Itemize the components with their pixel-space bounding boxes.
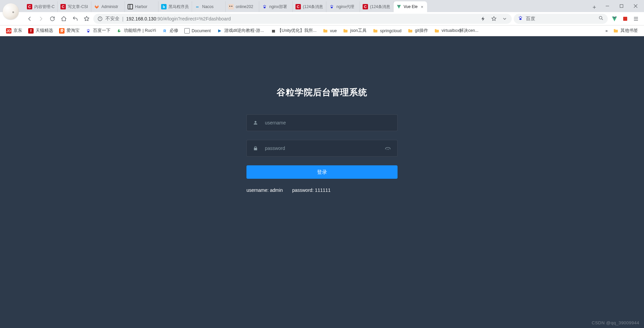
svg-line-29 (385, 148, 386, 149)
address-url-path: :90/#/login?redirect=%2Fdashboard (156, 16, 231, 21)
browser-tab[interactable]: Administr (91, 1, 125, 12)
nav-reload-button[interactable] (48, 14, 57, 23)
bookmark-item[interactable]: R必修 (159, 26, 181, 35)
username-field[interactable] (246, 114, 398, 131)
tab-label: Administr (101, 4, 122, 9)
address-bar[interactable]: 不安全 | 192.168.0.130:90/#/login?redirect=… (93, 14, 512, 24)
bookmark-favicon (117, 28, 122, 34)
bookmark-item[interactable]: 爱爱淘宝 (56, 26, 82, 35)
window-controls (599, 0, 644, 12)
browser-tab[interactable]: b黑马程序员 (158, 1, 192, 12)
pdf-extension-icon[interactable] (622, 15, 629, 22)
new-tab-button[interactable]: + (590, 3, 599, 12)
search-engine-box[interactable]: 百度 (514, 14, 608, 24)
profile-avatar[interactable] (3, 3, 19, 19)
browser-tab[interactable]: C内容管理-C (24, 1, 58, 12)
nav-forward-button[interactable] (36, 14, 46, 23)
svg-line-31 (388, 149, 389, 150)
browser-tab[interactable]: nginx代理 (326, 1, 360, 12)
browser-tab[interactable]: online202 (226, 1, 259, 12)
svg-point-6 (332, 6, 333, 6)
bookmark-favicon: R (162, 28, 168, 34)
bookmark-label: 其他书签 (620, 28, 638, 34)
tab-close-button[interactable]: × (420, 4, 424, 9)
baidu-favicon (329, 4, 334, 9)
folder-icon (613, 28, 618, 34)
window-maximize-button[interactable] (616, 1, 627, 11)
bookmark-item[interactable]: T天猫精选 (26, 26, 56, 35)
svg-point-1 (264, 5, 265, 6)
bookmark-label: 爱淘宝 (66, 28, 80, 34)
username-input[interactable] (264, 120, 391, 126)
tab-label: online202 (236, 4, 256, 9)
browser-tab[interactable]: nginx部署 (259, 1, 293, 12)
bookmark-item[interactable]: json工具 (340, 26, 369, 35)
bookmark-item[interactable]: virtualbox解决cen... (431, 26, 481, 35)
bookmark-favicon (323, 28, 328, 34)
bookmark-favicon (408, 28, 413, 34)
insecure-label: 不安全 (105, 16, 120, 22)
insecure-icon (97, 16, 103, 21)
nav-home-button[interactable] (59, 14, 68, 23)
browser-tab[interactable]: C写文章-CSI (58, 1, 91, 12)
search-icon[interactable] (598, 15, 604, 22)
bookmark-item[interactable]: vue (320, 27, 339, 35)
gitlab-favicon (94, 4, 99, 9)
nav-back-button[interactable] (25, 14, 34, 23)
svg-point-2 (265, 6, 266, 6)
browser-menu-button[interactable] (633, 15, 639, 22)
svg-point-5 (331, 5, 332, 6)
bookmark-item[interactable]: ▶游戏dll逆向教程-游... (214, 26, 267, 35)
browser-tab[interactable]: ∞Nacos (192, 1, 226, 12)
tab-label: 写文章-CSI (68, 4, 88, 10)
svg-point-19 (599, 16, 602, 19)
svg-point-4 (330, 6, 331, 6)
tab-list: C内容管理-CC写文章-CSIAdministrHarborb黑马程序员∞Nac… (24, 0, 588, 12)
bookmark-overflow-button[interactable]: » (603, 29, 610, 33)
browser-tab[interactable]: Harbor (125, 1, 158, 12)
window-close-button[interactable] (630, 1, 641, 11)
bookmark-item[interactable]: JD京东 (3, 26, 25, 35)
address-url-host: 192.168.0.130 (126, 16, 156, 21)
bookmark-star-button[interactable] (82, 14, 91, 23)
browser-tab[interactable]: Vue Ele× (394, 1, 427, 12)
vue-favicon (396, 4, 402, 9)
bookmark-item[interactable]: springcloud (370, 27, 404, 35)
bookmark-item[interactable]: git操作 (405, 26, 431, 35)
page-content: 谷粒学院后台管理系统 登录 username: admin password: … (0, 36, 644, 328)
bookmark-label: Document (192, 29, 211, 33)
bookmark-item[interactable]: 功能组件 | RuoYi (114, 26, 159, 35)
toggle-password-visibility[interactable] (384, 145, 391, 152)
bookmark-item[interactable]: 百度一下 (83, 26, 113, 35)
watermark: CSDN @qq_39009944 (592, 320, 639, 325)
login-form: 登录 username: admin password: 111111 (246, 114, 398, 193)
address-dropdown-icon[interactable] (502, 16, 508, 22)
svg-point-18 (519, 18, 522, 20)
bookmark-other-folder[interactable]: 其他书签 (610, 26, 641, 35)
quick-action-icon[interactable] (480, 16, 486, 22)
face-favicon (228, 4, 234, 9)
tab-label: (124条消息 (370, 4, 390, 10)
browser-tab[interactable]: C(124条消息 (360, 1, 394, 12)
lock-icon (253, 146, 258, 151)
c-favicon: C (60, 4, 66, 9)
vue-devtools-icon[interactable] (611, 15, 618, 22)
svg-point-17 (521, 17, 522, 18)
nacos-favicon: ∞ (195, 4, 200, 9)
window-minimize-button[interactable] (602, 1, 613, 11)
tab-label: 黑马程序员 (169, 4, 189, 10)
password-field[interactable] (246, 140, 398, 157)
browser-tab[interactable]: C(124条消息 (293, 1, 326, 12)
bookmark-item[interactable]: Document (182, 27, 214, 35)
login-button[interactable]: 登录 (246, 165, 398, 179)
bookmark-label: springcloud (380, 29, 402, 33)
bookmark-favicon (270, 28, 275, 34)
nav-undo-button[interactable] (71, 14, 80, 23)
password-input[interactable] (264, 145, 378, 151)
bookmark-favicon: JD (6, 28, 11, 34)
browser-tabstrip: C内容管理-CC写文章-CSIAdministrHarborb黑马程序员∞Nac… (0, 0, 644, 12)
bookmark-favicon: T (28, 28, 34, 34)
bookmark-label: 京东 (13, 28, 22, 34)
bookmark-item[interactable]: 【Unity优化】我所... (267, 26, 319, 35)
bookmark-page-icon[interactable] (491, 16, 497, 22)
